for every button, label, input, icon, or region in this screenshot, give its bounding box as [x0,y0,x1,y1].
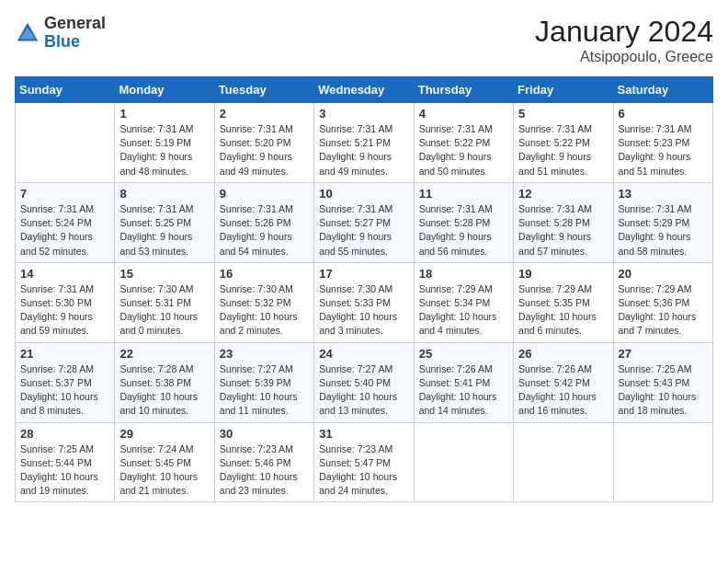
day-info: Sunrise: 7:30 AMSunset: 5:32 PMDaylight:… [220,282,309,339]
day-number: 15 [119,267,209,281]
calendar-cell: 29Sunrise: 7:24 AMSunset: 5:45 PMDayligh… [115,422,214,502]
day-info: Sunrise: 7:31 AMSunset: 5:19 PMDaylight:… [119,122,209,178]
calendar-cell: 28Sunrise: 7:25 AMSunset: 5:44 PMDayligh… [16,422,115,502]
logo-icon [15,20,40,46]
day-number: 27 [619,347,708,361]
day-info: Sunrise: 7:31 AMSunset: 5:24 PMDaylight:… [20,202,109,259]
day-number: 21 [20,347,109,361]
day-info: Sunrise: 7:29 AMSunset: 5:34 PMDaylight:… [419,282,508,339]
calendar-cell: 8Sunrise: 7:31 AMSunset: 5:25 PMDaylight… [115,182,214,262]
day-info: Sunrise: 7:31 AMSunset: 5:29 PMDaylight:… [619,202,708,259]
calendar-cell: 12Sunrise: 7:31 AMSunset: 5:28 PMDayligh… [514,182,613,262]
page-header: General Blue January 2024 Atsipopoulo, G… [15,15,713,65]
calendar-cell: 7Sunrise: 7:31 AMSunset: 5:24 PMDaylight… [16,182,115,262]
day-number: 22 [119,347,209,361]
calendar-subtitle: Atsipopoulo, Greece [535,49,713,65]
day-number: 29 [119,427,209,441]
day-info: Sunrise: 7:26 AMSunset: 5:41 PMDaylight:… [419,362,508,419]
calendar-cell: 14Sunrise: 7:31 AMSunset: 5:30 PMDayligh… [16,262,115,342]
calendar-cell: 15Sunrise: 7:30 AMSunset: 5:31 PMDayligh… [115,262,214,342]
logo-blue: Blue [44,33,106,52]
day-number: 12 [518,187,608,201]
day-number: 4 [419,107,508,121]
day-number: 31 [319,427,408,441]
title-block: January 2024 Atsipopoulo, Greece [535,15,713,65]
day-info: Sunrise: 7:29 AMSunset: 5:36 PMDaylight:… [619,282,708,339]
day-number: 7 [20,187,109,201]
day-info: Sunrise: 7:31 AMSunset: 5:27 PMDaylight:… [319,202,408,259]
weekday-header-wednesday: Wednesday [314,77,414,103]
calendar-cell: 6Sunrise: 7:31 AMSunset: 5:23 PMDaylight… [613,103,712,183]
weekday-header-row: SundayMondayTuesdayWednesdayThursdayFrid… [16,77,713,103]
calendar-week-row: 7Sunrise: 7:31 AMSunset: 5:24 PMDaylight… [16,182,713,262]
day-info: Sunrise: 7:30 AMSunset: 5:31 PMDaylight:… [119,282,209,339]
day-number: 28 [20,427,109,441]
calendar-cell: 13Sunrise: 7:31 AMSunset: 5:29 PMDayligh… [613,182,712,262]
day-info: Sunrise: 7:27 AMSunset: 5:39 PMDaylight:… [220,362,309,419]
calendar-cell: 23Sunrise: 7:27 AMSunset: 5:39 PMDayligh… [214,342,313,422]
day-number: 5 [518,107,608,121]
day-info: Sunrise: 7:31 AMSunset: 5:25 PMDaylight:… [119,202,209,259]
day-info: Sunrise: 7:31 AMSunset: 5:23 PMDaylight:… [619,122,708,178]
calendar-title: January 2024 [535,15,713,49]
calendar-cell: 11Sunrise: 7:31 AMSunset: 5:28 PMDayligh… [414,182,513,262]
calendar-cell: 22Sunrise: 7:28 AMSunset: 5:38 PMDayligh… [115,342,214,422]
logo-text: General Blue [44,15,106,52]
calendar-cell: 16Sunrise: 7:30 AMSunset: 5:32 PMDayligh… [214,262,313,342]
day-info: Sunrise: 7:31 AMSunset: 5:22 PMDaylight:… [419,122,508,178]
calendar-cell: 2Sunrise: 7:31 AMSunset: 5:20 PMDaylight… [214,103,313,183]
day-number: 16 [220,267,309,281]
day-info: Sunrise: 7:31 AMSunset: 5:20 PMDaylight:… [220,122,309,178]
day-info: Sunrise: 7:26 AMSunset: 5:42 PMDaylight:… [518,362,608,419]
day-number: 9 [220,187,309,201]
day-info: Sunrise: 7:28 AMSunset: 5:37 PMDaylight:… [20,362,109,419]
day-info: Sunrise: 7:24 AMSunset: 5:45 PMDaylight:… [119,442,209,499]
day-info: Sunrise: 7:31 AMSunset: 5:28 PMDaylight:… [419,202,508,259]
weekday-header-monday: Monday [115,77,214,103]
calendar-cell: 31Sunrise: 7:23 AMSunset: 5:47 PMDayligh… [314,422,414,502]
day-number: 3 [319,107,408,121]
day-number: 11 [419,187,508,201]
weekday-header-sunday: Sunday [16,77,115,103]
day-number: 6 [619,107,708,121]
day-info: Sunrise: 7:23 AMSunset: 5:46 PMDaylight:… [220,442,309,499]
calendar-cell: 1Sunrise: 7:31 AMSunset: 5:19 PMDaylight… [115,103,214,183]
calendar-cell: 5Sunrise: 7:31 AMSunset: 5:22 PMDaylight… [514,103,613,183]
day-info: Sunrise: 7:31 AMSunset: 5:30 PMDaylight:… [20,282,109,339]
weekday-header-thursday: Thursday [414,77,513,103]
day-number: 2 [220,107,309,121]
calendar-week-row: 14Sunrise: 7:31 AMSunset: 5:30 PMDayligh… [16,262,713,342]
day-info: Sunrise: 7:31 AMSunset: 5:28 PMDaylight:… [518,202,608,259]
day-number: 1 [119,107,209,121]
day-info: Sunrise: 7:25 AMSunset: 5:43 PMDaylight:… [619,362,708,419]
day-number: 14 [20,267,109,281]
day-number: 18 [419,267,508,281]
day-number: 17 [319,267,408,281]
day-info: Sunrise: 7:27 AMSunset: 5:40 PMDaylight:… [319,362,408,419]
day-info: Sunrise: 7:31 AMSunset: 5:21 PMDaylight:… [319,122,408,178]
logo-general: General [44,15,106,33]
calendar-cell: 27Sunrise: 7:25 AMSunset: 5:43 PMDayligh… [613,342,712,422]
calendar-cell: 9Sunrise: 7:31 AMSunset: 5:26 PMDaylight… [214,182,313,262]
day-number: 8 [119,187,209,201]
calendar-cell: 25Sunrise: 7:26 AMSunset: 5:41 PMDayligh… [414,342,513,422]
day-number: 26 [518,347,608,361]
day-number: 25 [419,347,508,361]
calendar-week-row: 1Sunrise: 7:31 AMSunset: 5:19 PMDaylight… [16,103,713,183]
calendar-cell [613,422,712,502]
day-info: Sunrise: 7:31 AMSunset: 5:26 PMDaylight:… [220,202,309,259]
day-number: 20 [619,267,708,281]
calendar-cell [514,422,613,502]
calendar-cell: 17Sunrise: 7:30 AMSunset: 5:33 PMDayligh… [314,262,414,342]
day-number: 23 [220,347,309,361]
calendar-cell: 30Sunrise: 7:23 AMSunset: 5:46 PMDayligh… [214,422,313,502]
calendar-cell [414,422,513,502]
day-info: Sunrise: 7:30 AMSunset: 5:33 PMDaylight:… [319,282,408,339]
day-info: Sunrise: 7:25 AMSunset: 5:44 PMDaylight:… [20,442,109,499]
calendar-week-row: 21Sunrise: 7:28 AMSunset: 5:37 PMDayligh… [16,342,713,422]
calendar-cell: 20Sunrise: 7:29 AMSunset: 5:36 PMDayligh… [613,262,712,342]
calendar-cell: 24Sunrise: 7:27 AMSunset: 5:40 PMDayligh… [314,342,414,422]
calendar-cell: 26Sunrise: 7:26 AMSunset: 5:42 PMDayligh… [514,342,613,422]
calendar-cell: 10Sunrise: 7:31 AMSunset: 5:27 PMDayligh… [314,182,414,262]
calendar-cell: 3Sunrise: 7:31 AMSunset: 5:21 PMDaylight… [314,103,414,183]
